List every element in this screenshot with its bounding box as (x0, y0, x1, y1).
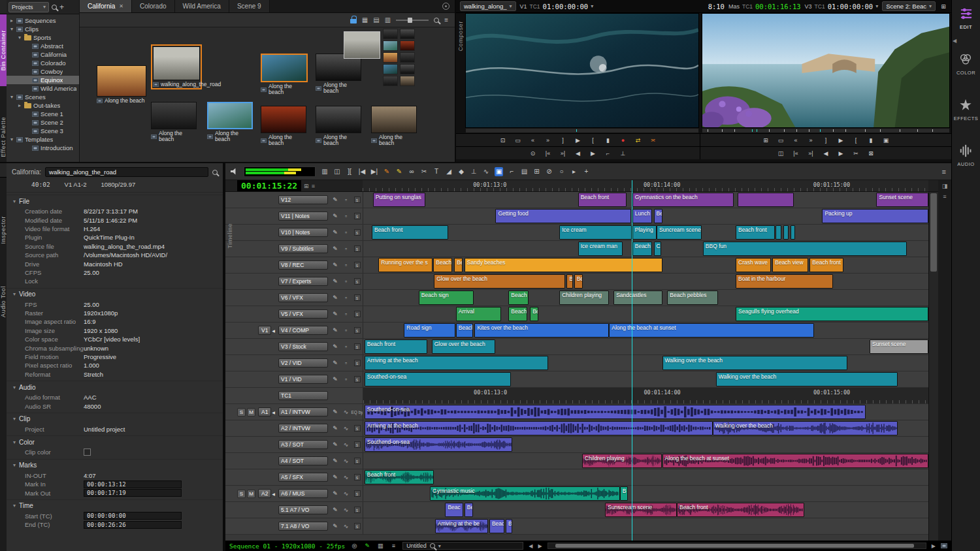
clip-c[interactable]: C (654, 242, 661, 256)
workspace-color[interactable]: COLOR (956, 52, 975, 76)
track-button-tc1[interactable]: TC1 (278, 391, 328, 401)
tool-trim-b-side-icon[interactable]: ▶| (370, 167, 378, 176)
transport-quad-split-icon[interactable]: ▣ (882, 136, 890, 145)
tool-add-track-icon[interactable]: ⊞ (532, 167, 540, 176)
transport-add-locator-icon[interactable]: ⊥ (619, 149, 627, 158)
sidebar-item-wild-america[interactable]: Wild America (7, 84, 79, 93)
solo-chip[interactable]: s (354, 523, 361, 529)
bin-clip-along-the-beach[interactable]: Along the beach (261, 106, 306, 146)
master-timecode[interactable]: Mas TC1 00:01:16:13 (728, 3, 801, 10)
transport-mark-locators-icon[interactable]: ⌐ (604, 149, 612, 158)
source-track-a2[interactable]: A2 (258, 489, 271, 499)
bin-clip-along-the-beach[interactable]: Along the beach (371, 106, 417, 146)
source-track-v1[interactable]: V1 (258, 326, 271, 336)
mini-frame[interactable] (400, 52, 415, 63)
timecode-options-icon[interactable]: ⊞ (304, 183, 309, 189)
waveform-icon[interactable]: ∿ (344, 490, 349, 497)
mini-frame[interactable] (400, 29, 415, 39)
transport-lift-icon[interactable]: ▭ (514, 136, 522, 145)
mini-frame[interactable] (383, 40, 398, 51)
solo-chip[interactable]: s (354, 441, 361, 448)
transport-next-edit-icon[interactable]: »| (807, 149, 815, 158)
clip-thumbnail[interactable] (97, 65, 146, 97)
clip-beach-front[interactable]: Beach front (372, 225, 448, 240)
tool-tools-icon[interactable]: + (582, 167, 590, 176)
section-header-video[interactable]: ▾Video (7, 288, 223, 300)
track-button-v12[interactable]: V12 (278, 195, 328, 205)
tool-text-tool-icon[interactable]: T (433, 167, 440, 176)
clip-beach-view[interactable]: Beach view (772, 258, 808, 272)
clip-be[interactable]: Be (506, 519, 512, 533)
transport-play-icon[interactable]: ▶ (574, 136, 582, 145)
transport-go-to-out-icon[interactable]: ] (822, 136, 830, 145)
waveform-icon[interactable]: ∿ (344, 507, 349, 513)
transport-step-forward-icon[interactable]: ▶ (589, 149, 597, 158)
clip-beach[interactable]: Beach (508, 307, 527, 321)
mini-frame[interactable] (383, 29, 398, 39)
track-button-a7[interactable]: 5.1 A7 / VO (278, 505, 328, 515)
waveform-icon[interactable]: ∿ (344, 441, 349, 448)
bin-clip-along-the-beach[interactable]: Along the beach (97, 65, 146, 104)
clip-seagulls-flying-overhead[interactable]: Seagulls flying overhead (736, 307, 928, 321)
collapse-icon[interactable]: ▾ (13, 462, 16, 468)
track-button-a8[interactable]: 7.1 A8 / VO (278, 522, 328, 531)
track-edit-pencil-icon[interactable]: ✎ (333, 425, 338, 432)
clip-boat-in-the-harbour[interactable]: Boat in the harbour (736, 274, 833, 289)
clip-beach[interactable]: Beach (508, 291, 528, 305)
collapse-icon[interactable]: ▾ (13, 291, 16, 297)
clip-color-checkbox[interactable] (84, 449, 91, 456)
clip-be[interactable]: Be (654, 209, 662, 223)
transport-rewind-icon[interactable]: « (792, 136, 800, 145)
solo-chip[interactable]: s (354, 425, 361, 432)
transport-step-back-icon[interactable]: ◀ (574, 149, 582, 158)
bin-tab-california[interactable]: California✕ (80, 0, 132, 12)
monitor-icon[interactable]: ▫ (345, 229, 347, 236)
solo-chip[interactable]: s (354, 343, 361, 350)
scroll-left-icon[interactable]: ◀ (529, 543, 532, 549)
track-edit-pencil-icon[interactable]: ✎ (333, 441, 338, 448)
field-input-end-tc[interactable]: 00:00:26:26 (84, 521, 182, 529)
mini-frame[interactable] (400, 76, 415, 86)
clip-glow-over-the-beach[interactable]: Glow over the beach (434, 274, 565, 289)
field-input-mark-in[interactable]: 00:00:13:12 (84, 480, 182, 488)
sidebar-item-out-takes[interactable]: ▸Out-takes (7, 101, 79, 110)
track-edit-pencil-icon[interactable]: ✎ (333, 197, 338, 203)
source-track-a1[interactable]: A1 (258, 407, 271, 417)
tool-audio-waveform-icon[interactable]: ∿ (482, 167, 490, 176)
search-icon[interactable] (52, 5, 57, 10)
tool-keyframe-icon[interactable]: ◆ (457, 167, 465, 176)
clip-be[interactable]: Be (574, 274, 583, 289)
track-button-v9[interactable]: V9 / Subtitles (278, 244, 328, 254)
clip-kites-over-the-beach[interactable]: Kites over the beach (474, 323, 609, 338)
clip-beach[interactable]: Beach (456, 323, 473, 338)
source-timecode[interactable]: V1 TC1 01:00:00:00 ▾ (520, 3, 594, 10)
clip-beach-front[interactable]: Beach front (809, 258, 843, 272)
solo-chip[interactable]: s (354, 507, 361, 513)
clip-v12-3[interactable] (738, 193, 794, 207)
monitor-icon[interactable]: ▫ (345, 197, 347, 203)
sidebar-item-scene-1[interactable]: Scene 1 (7, 110, 79, 118)
solo-button-a6[interactable]: S (237, 490, 246, 498)
sidebar-item-abstract[interactable]: Abstract (7, 42, 79, 50)
source-clip-menu[interactable]: walking_along_ ▾ (460, 1, 516, 11)
clip-southend-on-sea[interactable]: Southend-on-sea (365, 437, 513, 452)
section-header-file[interactable]: ▾File (7, 195, 223, 207)
sidebar-item-scene-2[interactable]: Scene 2 (7, 118, 79, 127)
bin-clip-along-the-beach[interactable]: Along the beach (151, 102, 197, 142)
clip-gymnastic-music[interactable]: Gymnastic music (430, 486, 620, 501)
panel-toggle-icon[interactable]: ◨ (942, 183, 948, 189)
clip-thumbnail[interactable] (371, 106, 417, 133)
tool-track-panel-icon[interactable]: ▤ (520, 167, 528, 176)
transport-splice-in-icon[interactable]: ⇄ (634, 136, 642, 145)
solo-button-a1[interactable]: S (237, 408, 246, 417)
track-button-v1[interactable]: V1 / VID (278, 375, 328, 385)
clip-beac[interactable]: Beac (489, 519, 504, 533)
bin-settings-icon[interactable] (442, 3, 449, 10)
mute-button-a6[interactable]: M (247, 490, 255, 498)
clip-playing[interactable]: Playing (632, 225, 657, 240)
transport-go-to-in-icon[interactable]: [ (852, 136, 860, 145)
track-edit-pencil-icon[interactable]: ✎ (333, 376, 338, 383)
track-edit-pencil-icon[interactable]: ✎ (333, 523, 338, 529)
composer-settings-icon[interactable]: ⊞ (939, 2, 947, 11)
transport-prev-edit-icon[interactable]: |« (792, 149, 800, 158)
